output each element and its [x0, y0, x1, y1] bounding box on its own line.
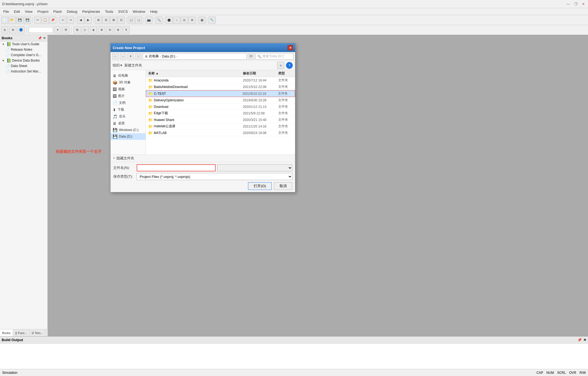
circle3-btn[interactable]: ◎ [181, 17, 188, 24]
tb2-btn4[interactable]: ⊞ [74, 26, 81, 34]
new-folder-button[interactable]: 新建文件夹 [124, 63, 142, 68]
tb2-btn7[interactable]: ⊕ [98, 26, 105, 34]
sidebar-close-icon[interactable]: ✕ [43, 36, 46, 40]
btn-c2[interactable]: | | [135, 17, 142, 24]
dlg-sidebar-music[interactable]: 🎵 音乐 [111, 113, 146, 120]
tab-functions[interactable]: {} Func... [13, 329, 30, 336]
dialog-file-list[interactable]: 名称 ▲ 修改日期 类型 [146, 70, 295, 154]
file-row-baidu[interactable]: 📁 BaiduNetdiskDownload 2021/5/10 22:08 文… [146, 84, 295, 90]
tb2-btn10[interactable]: ↯ [122, 26, 130, 34]
tab-templates[interactable]: Ω Tem... [30, 329, 45, 336]
redo-btn[interactable]: ↪ [67, 17, 74, 24]
maximize-button[interactable]: ❐ [573, 2, 578, 7]
close-window-button[interactable]: ✕ [581, 2, 586, 7]
file-row-anaconda[interactable]: 📁 Anaconda 2020/7/12 16:44 文件夹 [146, 77, 295, 84]
file-row-download[interactable]: 📁 Download 2020/1/12 21:13 文件夹 [146, 104, 295, 110]
file-row-delivery[interactable]: 📁 DeliveryOptimization 2019/9/30 10:28 文… [146, 97, 295, 104]
tree-device-data[interactable]: ▼ 📗 Device Data Books [0, 58, 47, 63]
tb2-btn5[interactable]: ▷ [82, 26, 89, 34]
tree-tools-guide[interactable]: ▼ 📗 Tools User's Guide [0, 41, 47, 47]
nav-up-button[interactable]: ↑ [135, 53, 142, 60]
build-output-pin-icon[interactable]: 📌 [577, 338, 582, 342]
file-row-matlab[interactable]: 📁 MATLAB 2020/9/24 19:08 文件夹 [146, 130, 295, 136]
dlg-sidebar-data[interactable]: 💾 Data (D:) [111, 133, 146, 140]
open-button[interactable]: 打开(O) [248, 182, 272, 190]
menu-debug[interactable]: Debug [65, 9, 79, 14]
nav-dropdown-button[interactable]: ▾ [127, 53, 134, 60]
btn-b2[interactable]: ⊟ [102, 17, 109, 24]
zoom-btn[interactable]: 🔍 [155, 17, 163, 24]
settings-btn[interactable]: 🔧 [209, 17, 216, 24]
nav-back-button[interactable]: ← [112, 53, 119, 60]
btn-c1[interactable]: { } [128, 17, 135, 24]
dlg-sidebar-pictures[interactable]: 🖼 图片 [111, 93, 146, 99]
new-file-btn[interactable]: 📄 [1, 17, 8, 24]
refresh-button[interactable]: ⟳ [248, 53, 254, 60]
filename-dropdown[interactable] [217, 164, 292, 171]
paste-btn[interactable]: 📌 [49, 17, 56, 24]
nav-forward-button[interactable]: → [120, 53, 126, 60]
tab-books[interactable]: Books [0, 329, 13, 336]
copy-btn[interactable]: 📋 [42, 17, 49, 24]
save-all-btn[interactable]: 💾 [24, 17, 31, 24]
menu-flash[interactable]: Flash [51, 9, 64, 14]
sidebar-pin-icon[interactable]: 📌 [38, 36, 42, 40]
btn-b1[interactable]: ⊞ [95, 17, 102, 24]
tree-release-notes[interactable]: 📄 Release Notes [0, 47, 47, 52]
cancel-button[interactable]: 取消 [274, 182, 292, 190]
tree-instruction-set[interactable]: 📄 Instruction Set Mar... [0, 69, 47, 74]
menu-edit[interactable]: Edit [12, 9, 22, 14]
save-btn[interactable]: 💾 [16, 17, 23, 24]
tb2-btn3[interactable]: 🔵 [17, 26, 24, 34]
view-toggle-button[interactable]: ≡ [277, 62, 284, 69]
dlg-sidebar-desktop[interactable]: 🖥 桌面 [111, 120, 146, 127]
dialog-hidden-folder[interactable]: ^ 隐藏文件夹 [111, 154, 295, 162]
circle4-btn[interactable]: ⊗ [188, 17, 195, 24]
dialog-help-button[interactable]: ? [286, 62, 293, 69]
tb2-btn2[interactable]: ⊕ [9, 26, 16, 34]
btn-b3[interactable]: ⊠ [110, 17, 117, 24]
menu-view[interactable]: View [23, 9, 35, 14]
menu-tools[interactable]: Tools [103, 9, 115, 14]
file-row-matelab[interactable]: 📁 matelab公选课 2021/1/20 14:16 文件夹 [146, 123, 295, 130]
dlg-sidebar-downloads[interactable]: ⬇ 下载 [111, 106, 146, 113]
menu-window[interactable]: Window [130, 9, 147, 14]
menu-help[interactable]: Help [148, 9, 160, 14]
open-btn[interactable]: 📂 [9, 17, 16, 24]
menu-project[interactable]: Project [35, 9, 50, 14]
build-output-close-icon[interactable]: ✕ [583, 338, 586, 342]
minimize-button[interactable]: — [566, 2, 571, 7]
col-type-header[interactable]: 类型 [276, 70, 295, 77]
menu-peripherals[interactable]: Peripherals [80, 9, 102, 14]
col-date-header[interactable]: 修改日期 [241, 70, 276, 77]
filename-input[interactable] [137, 164, 216, 171]
camera-btn[interactable]: 📷 [145, 17, 152, 24]
tb2-btn9[interactable]: ⊗ [114, 26, 121, 34]
dlg-sidebar-windows[interactable]: 💾 Windows (C:) [111, 127, 146, 133]
grid-btn[interactable]: ▦ [198, 17, 206, 24]
file-row-huawei[interactable]: 📁 Huawei Share 2020/3/21 15:40 文件夹 [146, 117, 295, 123]
tree-data-sheet[interactable]: 📄 Data Sheet [0, 63, 47, 69]
btn-a2[interactable]: ▶ [85, 17, 92, 24]
tb2-btn6[interactable]: ◈ [90, 26, 97, 34]
target-dropdown[interactable]: ▾ [54, 26, 61, 34]
menu-svcs[interactable]: SVCS [116, 9, 130, 14]
dlg-sidebar-computer[interactable]: 🖥 此电脑 [111, 72, 146, 79]
file-row-ctest[interactable]: 📁 C-TEST 2021/5/10 22:19 文件夹 [146, 90, 295, 97]
dialog-close-button[interactable]: ✕ [287, 45, 293, 50]
tb2-btn1[interactable]: 🖱 [1, 26, 8, 34]
undo-btn[interactable]: ↩ [59, 17, 66, 24]
tree-complete-users[interactable]: 📄 Complete User's G... [0, 52, 47, 58]
dlg-sidebar-3d[interactable]: 📦 3D 对象 [111, 79, 146, 86]
tb2-btn8[interactable]: ⊖ [106, 26, 113, 34]
col-name-header[interactable]: 名称 ▲ [146, 70, 241, 77]
dlg-sidebar-video[interactable]: 🖼 视频 [111, 86, 146, 93]
filetype-select[interactable]: Project Files (*.uvproj; *.uvprojx) [137, 173, 292, 180]
menu-file[interactable]: File [1, 9, 11, 14]
search-bar[interactable]: 🔍 搜索"Data (D:)" [255, 53, 293, 60]
file-row-edge[interactable]: 📁 Edge下载 2021/5/9 22:08 文件夹 [146, 110, 295, 117]
cut-btn[interactable]: ✂ [34, 17, 41, 24]
btn-a1[interactable]: ◀ [77, 17, 84, 24]
btn-b4[interactable]: ⊡ [118, 17, 125, 24]
circle1-btn[interactable]: ⬤ [166, 17, 173, 24]
